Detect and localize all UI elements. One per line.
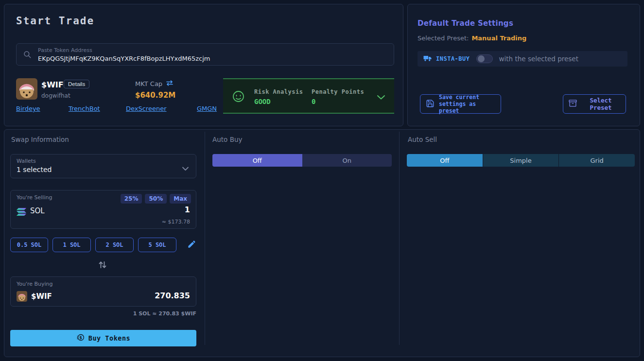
percent-chip-50[interactable]: 50%: [145, 194, 167, 204]
selling-box: You're Selling 25% 50% Max SOL 1 ≈ $173.…: [10, 190, 196, 229]
insta-buy-toggle[interactable]: [476, 54, 493, 63]
settings-title: Default Trade Settings: [418, 19, 513, 28]
auto-buy-on-option[interactable]: On: [302, 154, 392, 167]
floppy-disk-icon: [426, 99, 435, 109]
sell-token-symbol: SOL: [30, 206, 45, 215]
mkt-cap-value: $640.92M: [135, 91, 175, 100]
risk-analysis-panel[interactable]: Risk Analysis GOOD Penalty Points 0: [223, 78, 394, 114]
amount-button-2sol[interactable]: 2 SOL: [95, 238, 134, 252]
token-address-value: EKpQGSJtjMFqKZ9KQanSqYXRcF8fBopzLHYxdM65…: [38, 55, 210, 62]
risk-analysis-value: GOOD: [254, 98, 271, 105]
chevron-down-icon: [182, 164, 189, 173]
divider: [205, 132, 205, 345]
token-name: dogwifhat: [41, 92, 70, 99]
buy-tokens-label: Buy Tokens: [88, 334, 130, 342]
search-icon: [23, 50, 32, 61]
token-avatar-small: [17, 291, 27, 302]
start-trade-panel: Start Trade Paste Token Address EKpQGSJt…: [4, 4, 403, 126]
auto-buy-off-option[interactable]: Off: [212, 154, 302, 167]
chevron-down-icon[interactable]: [377, 93, 385, 102]
select-preset-label: Select Preset: [581, 97, 620, 111]
details-button[interactable]: Details: [64, 80, 89, 88]
penalty-points-value: 0: [312, 98, 315, 105]
risk-analysis-label: Risk Analysis: [254, 88, 303, 95]
svg-text:$: $: [79, 336, 82, 340]
amount-button-1sol[interactable]: 1 SOL: [52, 238, 91, 252]
token-avatar: [16, 78, 37, 100]
buying-box: You're Buying $WIF 270.835: [10, 276, 196, 307]
mkt-cap-label: MKT Cap: [135, 80, 162, 87]
insta-buy-suffix: with the selected preset: [499, 55, 578, 63]
buy-amount-value: 270.835: [155, 291, 190, 300]
edit-amount-icon[interactable]: [187, 240, 196, 251]
buying-label: You're Buying: [17, 281, 53, 287]
selected-preset-label: Selected Preset:: [418, 34, 469, 42]
buy-token-symbol: $WIF: [31, 292, 52, 301]
link-birdeye[interactable]: Birdeye: [16, 105, 40, 112]
page-title: Start Trade: [16, 15, 94, 27]
percent-chip-25[interactable]: 25%: [121, 194, 142, 204]
wallets-value: 1 selected: [17, 166, 52, 173]
save-preset-button[interactable]: Save current settings as preset: [420, 94, 501, 114]
selected-preset-value: Manual Trading: [471, 34, 526, 42]
auto-sell-off-option[interactable]: Off: [407, 154, 483, 167]
percent-chip-max[interactable]: Max: [170, 194, 191, 204]
sell-usd-estimate: ≈ $173.78: [162, 219, 190, 225]
trade-body-panel: Swap Information Wallets 1 selected You'…: [4, 129, 640, 357]
amount-button-05sol[interactable]: 0.5 SOL: [10, 238, 48, 252]
penalty-points-label: Penalty Points: [312, 88, 364, 95]
coin-icon: $: [76, 333, 85, 343]
amount-button-5sol[interactable]: 5 SOL: [138, 238, 176, 252]
insta-buy-label: INSTA-BUY: [436, 55, 470, 62]
link-trenchbot[interactable]: TrenchBot: [69, 105, 100, 112]
wallets-dropdown[interactable]: Wallets 1 selected: [10, 154, 196, 178]
selling-label: You're Selling: [17, 194, 52, 201]
link-gmgn[interactable]: GMGN: [197, 105, 217, 112]
token-symbol: $WIF: [41, 80, 64, 89]
truck-icon: [423, 54, 432, 64]
auto-sell-simple-option[interactable]: Simple: [483, 154, 559, 167]
insta-buy-bar: INSTA-BUY with the selected preset: [418, 51, 627, 67]
auto-buy-segmented: Off On: [212, 154, 392, 167]
swap-horizontal-icon: [166, 80, 174, 87]
link-dexscreener[interactable]: DexScreener: [126, 105, 167, 112]
token-address-input[interactable]: Paste Token Address EKpQGSJtjMFqKZ9KQanS…: [16, 43, 394, 66]
wallets-label: Wallets: [17, 158, 36, 164]
solana-icon: [17, 208, 26, 218]
buy-tokens-button[interactable]: $ Buy Tokens: [10, 330, 196, 346]
divider: [399, 132, 400, 345]
token-address-placeholder: Paste Token Address: [38, 47, 92, 53]
auto-sell-segmented: Off Simple Grid: [407, 154, 635, 167]
trade-settings-panel: Default Trade Settings Selected Preset:M…: [407, 4, 640, 126]
auto-buy-label: Auto Buy: [212, 136, 242, 143]
swap-information-label: Swap Information: [11, 136, 69, 143]
auto-sell-grid-option[interactable]: Grid: [559, 154, 635, 167]
preset-box-icon: [569, 99, 577, 109]
sell-amount-input[interactable]: 1: [185, 205, 190, 214]
exchange-rate: 1 SOL ≈ 270.83 $WIF: [10, 310, 196, 317]
swap-direction-button[interactable]: [98, 260, 107, 272]
smiley-icon: [232, 90, 245, 105]
select-preset-button[interactable]: Select Preset: [563, 94, 626, 114]
save-preset-label: Save current settings as preset: [439, 94, 495, 114]
toggle-knob: [478, 55, 485, 62]
auto-sell-label: Auto Sell: [408, 136, 437, 143]
